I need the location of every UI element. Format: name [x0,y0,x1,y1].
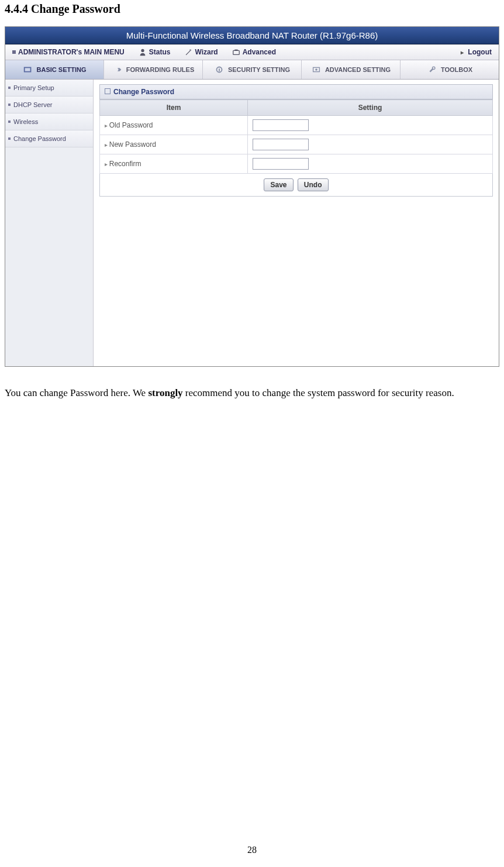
table-row: New Password [100,135,493,154]
sidebar-item-label: Change Password [13,135,66,142]
svg-rect-5 [25,68,30,71]
tab-row: BASIC SETTING FORWARDING RULES SECURITY … [5,60,499,80]
tab-toolbox-label: TOOLBOX [441,66,472,73]
old-password-cell [248,116,493,135]
sidebar: Primary Setup DHCP Server Wireless Chang… [5,80,94,366]
svg-rect-3 [234,50,237,51]
tab-basic-setting[interactable]: BASIC SETTING [5,60,104,79]
svg-point-1 [190,49,192,51]
content-area: Change Password Item Setting Old Passwor… [94,80,499,366]
sidebar-item-change-password[interactable]: Change Password [5,130,93,147]
tab-security-setting[interactable]: SECURITY SETTING [203,60,302,79]
basic-setting-icon [23,65,33,74]
desc-strong: strongly [148,387,182,398]
old-password-label: Old Password [100,116,248,135]
old-password-input[interactable] [253,119,309,131]
logout-arrow-icon: ▸ [461,49,464,56]
page-number: 28 [0,845,504,855]
sidebar-item-wireless[interactable]: Wireless [5,113,93,130]
logout-link[interactable]: ▸ Logout [454,44,499,60]
tab-advanced-label: ADVANCED SETTING [325,66,391,73]
reconfirm-input[interactable] [253,158,309,170]
status-label: Status [149,48,171,56]
desc-post: recommend you to change the system passw… [183,387,454,398]
new-password-label: New Password [100,135,248,154]
description-paragraph: You can change Password here. We strongl… [5,383,499,403]
password-form-table: Item Setting Old Password New Password R… [99,99,493,174]
column-header-setting: Setting [248,100,493,116]
advanced-icon [232,48,240,56]
advanced-link[interactable]: Advanced [225,44,283,60]
tab-basic-label: BASIC SETTING [37,66,87,73]
reconfirm-label: Reconfirm [100,154,248,174]
panel-square-icon [105,88,111,94]
sidebar-item-dhcp-server[interactable]: DHCP Server [5,97,93,113]
svg-rect-2 [233,50,239,54]
tab-toolbox[interactable]: TOOLBOX [401,60,499,79]
security-icon [214,65,225,74]
wizard-label: Wizard [195,48,218,56]
wizard-icon [184,48,192,56]
panel-title: Change Password [99,84,493,99]
sidebar-item-label: Wireless [13,118,38,125]
sidebar-item-label: DHCP Server [13,101,52,108]
tab-security-label: SECURITY SETTING [228,66,290,73]
tab-advanced-setting[interactable]: ADVANCED SETTING [302,60,401,79]
tab-forwarding-rules[interactable]: FORWARDING RULES [104,60,203,79]
forwarding-icon [112,65,123,74]
table-row: Reconfirm [100,154,493,174]
sidebar-item-primary-setup[interactable]: Primary Setup [5,80,93,97]
button-row: Save Undo [99,174,493,197]
window-title: Multi-Functional Wireless Broadband NAT … [5,27,499,44]
old-password-text: Old Password [109,121,153,129]
new-password-text: New Password [109,140,156,149]
reconfirm-cell [248,154,493,174]
svg-point-9 [315,68,317,71]
reconfirm-text: Reconfirm [109,160,141,168]
svg-point-0 [141,49,144,52]
wizard-link[interactable]: Wizard [177,44,225,60]
advanced-setting-icon [311,65,322,74]
column-header-item: Item [100,100,248,116]
main-menu-label: ADMINISTRATOR's MAIN MENU [5,44,132,60]
svg-point-10 [432,67,435,70]
toolbox-icon [427,65,437,74]
status-link[interactable]: Status [132,44,178,60]
new-password-cell [248,135,493,154]
panel-title-text: Change Password [113,88,174,96]
save-button[interactable]: Save [264,178,293,191]
desc-pre: You can change Password here. We [5,387,148,398]
table-row: Old Password [100,116,493,135]
undo-button[interactable]: Undo [298,178,329,191]
top-menu: ADMINISTRATOR's MAIN MENU Status Wizard … [5,44,499,60]
new-password-input[interactable] [253,139,309,150]
sidebar-item-label: Primary Setup [13,84,54,91]
svg-rect-7 [219,68,220,71]
section-heading: 4.4.4 Change Password [5,2,499,16]
router-admin-screenshot: Multi-Functional Wireless Broadband NAT … [5,26,499,367]
advanced-label: Advanced [243,48,276,56]
bullet-icon [12,50,16,54]
status-icon [139,48,147,56]
main-menu-text: ADMINISTRATOR's MAIN MENU [18,48,125,56]
logout-label: Logout [468,48,492,56]
tab-forwarding-label: FORWARDING RULES [126,66,195,73]
